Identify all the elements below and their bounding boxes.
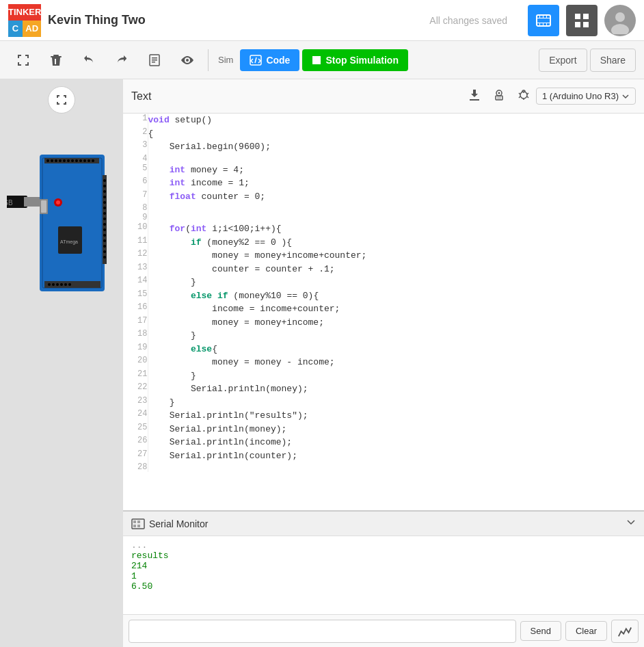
svg-point-58 <box>103 179 106 182</box>
svg-point-68 <box>103 234 106 237</box>
serial-monitor-expand-button[interactable] <box>626 518 636 530</box>
line-number: 18 <box>123 329 148 343</box>
user-avatar-button[interactable] <box>604 5 636 36</box>
chevron-down-icon-serial <box>626 518 636 527</box>
code-line-row: 27 Serial.println(counter); <box>123 449 644 463</box>
code-line-row: 19 else{ <box>123 343 644 356</box>
svg-rect-8 <box>546 23 547 26</box>
serial-monitor: Serial Monitor ...results21416.50 Send C… <box>123 510 644 647</box>
code-line-row: 13 counter = counter + .1; <box>123 263 644 276</box>
code-area[interactable]: 1void setup()2{3 Serial.begin(9600);45 i… <box>123 114 644 510</box>
fit-view-button[interactable] <box>48 86 75 114</box>
svg-text:ATmega: ATmega <box>60 239 78 245</box>
svg-point-53 <box>64 283 67 286</box>
chevron-down-icon <box>621 92 630 101</box>
serial-plot-button[interactable] <box>611 620 639 643</box>
stop-simulation-button[interactable]: Stop Simulation <box>302 49 408 71</box>
svg-point-60 <box>103 190 106 193</box>
fit-screen-button[interactable] <box>8 45 38 75</box>
line-number: 11 <box>123 236 148 250</box>
bug-icon <box>517 88 531 101</box>
fit-view-icon <box>55 94 68 106</box>
code-content: Serial.println(money); <box>148 382 644 396</box>
svg-point-39 <box>75 159 78 162</box>
code-content: Serial.println(counter); <box>148 449 644 463</box>
code-content: else if (money%10 == 0){ <box>148 289 644 303</box>
stop-label: Stop Simulation <box>325 55 399 66</box>
saved-status: All changes saved <box>429 15 507 26</box>
share-button[interactable]: Share <box>590 49 636 72</box>
serial-output-line: 1 <box>131 571 636 581</box>
svg-rect-3 <box>539 15 540 18</box>
serial-monitor-icon <box>131 518 145 529</box>
line-number: 14 <box>123 276 148 289</box>
download-code-button[interactable] <box>462 85 487 107</box>
serial-input-field[interactable] <box>129 620 516 643</box>
avatar-icon <box>606 7 634 34</box>
svg-point-36 <box>63 159 66 162</box>
line-number: 4 <box>123 154 148 163</box>
code-line-row: 6 int income = 1; <box>123 176 644 190</box>
view-button[interactable] <box>172 45 202 75</box>
serial-send-button[interactable]: Send <box>520 621 561 641</box>
svg-rect-21 <box>152 62 155 63</box>
code-line-row: 2{ <box>123 127 644 141</box>
code-content: Serial.println(income); <box>148 436 644 449</box>
svg-point-65 <box>103 217 106 220</box>
code-content: money = money+income; <box>148 316 644 330</box>
code-line-row: 23 } <box>123 396 644 410</box>
code-content: Serial.begin(9600); <box>148 140 644 154</box>
svg-point-79 <box>498 92 500 94</box>
svg-rect-89 <box>137 520 140 523</box>
code-content <box>148 213 644 222</box>
code-line-row: 11 if (money%2 == 0 ){ <box>123 236 644 250</box>
svg-line-82 <box>519 93 520 94</box>
undo-button[interactable] <box>74 45 104 75</box>
code-content: { <box>148 127 644 141</box>
code-content <box>148 462 644 472</box>
redo-icon <box>114 53 129 68</box>
serial-clear-button[interactable]: Clear <box>565 621 607 641</box>
code-view-button[interactable] <box>528 5 559 36</box>
svg-rect-17 <box>51 56 62 57</box>
code-label: Code <box>266 55 290 66</box>
svg-point-50 <box>52 283 55 286</box>
svg-rect-6 <box>539 23 540 26</box>
line-number: 28 <box>123 462 148 472</box>
undo-icon <box>81 53 96 68</box>
svg-point-59 <box>103 185 106 187</box>
code-line-row: 10 for(int i;i<100;i++){ <box>123 222 644 236</box>
svg-point-34 <box>55 159 57 162</box>
svg-text:USB: USB <box>7 199 13 207</box>
circuit-svg: USB <box>7 120 116 298</box>
svg-line-85 <box>527 96 528 98</box>
plot-icon <box>617 624 632 638</box>
svg-rect-10 <box>583 14 589 19</box>
svg-point-67 <box>103 228 106 231</box>
code-line-row: 16 income = income+counter; <box>123 302 644 316</box>
notes-button[interactable] <box>139 45 170 75</box>
delete-button[interactable] <box>41 45 71 75</box>
svg-point-64 <box>103 212 106 215</box>
svg-point-32 <box>46 159 49 162</box>
eye-icon <box>180 53 195 68</box>
svg-rect-16 <box>53 55 59 56</box>
code-content: int income = 1; <box>148 176 644 190</box>
board-selector[interactable]: 1 (Arduino Uno R3) <box>536 88 636 105</box>
code-content <box>148 203 644 213</box>
debug-button[interactable] <box>511 85 536 107</box>
code-line-row: 18 } <box>123 329 644 343</box>
svg-point-72 <box>103 256 106 259</box>
code-button[interactable]: Code <box>240 49 299 71</box>
redo-button[interactable] <box>107 45 137 75</box>
right-panel: Text <box>123 79 644 647</box>
code-content: money = money+income+counter; <box>148 249 644 263</box>
code-content: for(int i;i<100;i++){ <box>148 222 644 236</box>
upload-code-button[interactable] <box>487 85 511 107</box>
svg-point-35 <box>59 159 62 162</box>
grid-view-button[interactable] <box>566 5 598 36</box>
logo-ker: KER <box>23 4 41 21</box>
toolbar-separator <box>208 49 209 71</box>
export-button[interactable]: Export <box>539 49 587 72</box>
code-content: float counter = 0; <box>148 190 644 204</box>
